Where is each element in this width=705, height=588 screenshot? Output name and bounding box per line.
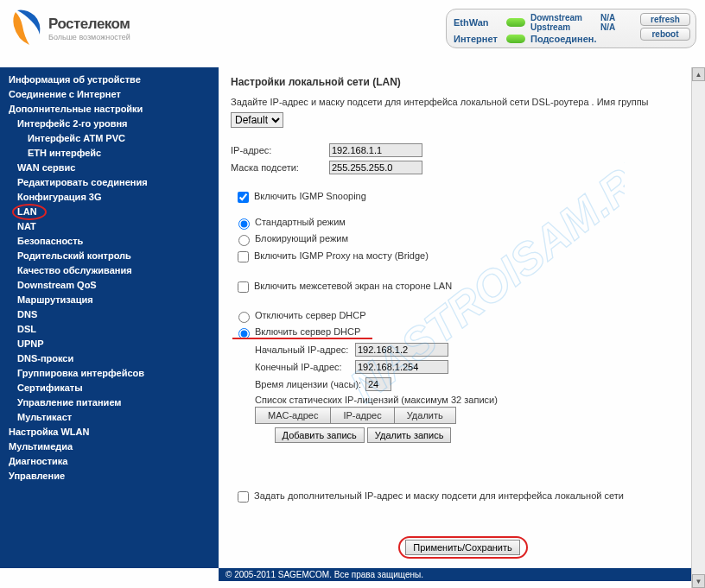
upstream-label: Upstream: [530, 22, 595, 32]
sidebar-item-5[interactable]: ETH интерфейс: [0, 146, 219, 161]
sidebar-item-4[interactable]: Интерфейс ATM PVC: [0, 131, 219, 146]
dhcp-off-label: Отключить сервер DHCP: [255, 310, 366, 320]
extra-ip-label: Задать дополнительный IP-адрес и маску п…: [254, 490, 624, 501]
brand-tagline: Больше возможностей: [48, 33, 130, 41]
sidebar-item-2[interactable]: Дополнительные настройки: [0, 102, 219, 117]
mask-label: Маска подсети:: [231, 162, 329, 173]
th-mac: MAC-адрес: [256, 408, 331, 424]
dhcp-start-label: Начальный IP-адрес:: [255, 345, 355, 355]
sidebar-item-8[interactable]: Конфигурация 3G: [0, 190, 219, 205]
ethwan-led-icon: [506, 18, 525, 27]
sidebar-item-26[interactable]: Диагностика: [0, 454, 219, 469]
mask-input[interactable]: [329, 161, 422, 174]
igmp-proxy-checkbox[interactable]: [238, 251, 249, 262]
sidebar-item-9[interactable]: LAN: [0, 205, 219, 219]
th-ip: IP-адрес: [331, 408, 394, 424]
internet-led-icon: [506, 35, 525, 43]
sidebar-item-10[interactable]: NAT: [0, 219, 219, 234]
page-desc: Задайте IP-адрес и маску подсети для инт…: [231, 97, 695, 107]
sidebar: Информация об устройствеСоединение с Инт…: [0, 67, 219, 568]
lan-fw-label: Включить межсетевой экран на стороне LAN: [254, 281, 452, 291]
static-ip-table: MAC-адрес IP-адрес Удалить: [255, 407, 456, 424]
scroll-up-icon[interactable]: ▲: [692, 67, 705, 81]
refresh-button[interactable]: refresh: [640, 13, 690, 26]
highlight-underline: [232, 338, 372, 339]
static-list-label: Список статических IP-лицензий (максимум…: [255, 395, 695, 405]
sidebar-item-15[interactable]: Маршрутизация: [0, 293, 219, 307]
apply-save-button[interactable]: Применить/Сохранить: [405, 540, 520, 555]
sidebar-item-19[interactable]: DNS-прокси: [0, 351, 219, 366]
sidebar-item-18[interactable]: UPNP: [0, 337, 219, 351]
ethwan-label: EthWan: [454, 17, 501, 28]
sidebar-item-22[interactable]: Управление питанием: [0, 395, 219, 410]
dhcp-end-input[interactable]: [355, 360, 448, 374]
sidebar-item-16[interactable]: DNS: [0, 307, 219, 322]
internet-label: Интернет: [454, 34, 501, 44]
mode-block-label: Блокирующий режим: [255, 233, 348, 243]
vertical-scrollbar[interactable]: ▲ ▼: [691, 67, 705, 581]
mode-block-radio[interactable]: [238, 235, 250, 246]
lan-fw-checkbox[interactable]: [238, 281, 249, 293]
dhcp-on-label: Включить сервер DHCP: [255, 326, 360, 337]
downstream-label: Downstream: [530, 13, 595, 22]
dhcp-off-radio[interactable]: [238, 312, 250, 323]
igmp-proxy-label: Включить IGMP Proxy на мосту (Bridge): [254, 250, 429, 261]
downstream-value: N/A: [600, 13, 626, 22]
sidebar-item-13[interactable]: Качество обслуживания: [0, 263, 219, 278]
sidebar-item-20[interactable]: Группировка интерфейсов: [0, 366, 219, 381]
igmp-snoop-label: Включить IGMP Snooping: [254, 191, 366, 201]
scroll-down-icon[interactable]: ▼: [692, 574, 705, 581]
status-panel: EthWan DownstreamN/A UpstreamN/A Интерне…: [446, 9, 696, 48]
sidebar-item-17[interactable]: DSL: [0, 322, 219, 337]
sidebar-item-23[interactable]: Мультикаст: [0, 410, 219, 425]
extra-ip-checkbox[interactable]: [238, 491, 249, 503]
sidebar-item-14[interactable]: Downstream QoS: [0, 278, 219, 293]
sidebar-item-3[interactable]: Интерфейс 2-го уровня: [0, 117, 219, 131]
page-title: Настройки локальной сети (LAN): [231, 76, 695, 88]
brand-name: Ростелеком: [48, 16, 130, 33]
lease-input[interactable]: [365, 377, 391, 391]
sidebar-item-24[interactable]: Настройка WLAN: [0, 425, 219, 439]
logo: Ростелеком Больше возможностей: [9, 9, 130, 48]
sidebar-item-21[interactable]: Сертификаты: [0, 381, 219, 395]
sidebar-item-11[interactable]: Безопасность: [0, 234, 219, 249]
dhcp-start-input[interactable]: [355, 343, 448, 357]
add-record-button[interactable]: Добавить запись: [275, 427, 365, 443]
content-area: NASTROISAM.RU Настройки локальной сети (…: [219, 67, 705, 568]
th-delete: Удалить: [394, 408, 455, 424]
rostelecom-logo-icon: [9, 9, 43, 48]
lease-label: Время лицензии (часы):: [255, 379, 365, 389]
footer-copyright: © 2005-2011 SAGEMCOM. Все права защищены…: [219, 568, 705, 581]
sidebar-item-12[interactable]: Родительский контроль: [0, 249, 219, 263]
reboot-button[interactable]: reboot: [640, 28, 690, 41]
group-select[interactable]: Default: [231, 112, 283, 128]
sidebar-item-7[interactable]: Редактировать соединения: [0, 175, 219, 190]
sidebar-item-6[interactable]: WAN сервис: [0, 161, 219, 175]
delete-record-button[interactable]: Удалить запись: [367, 427, 452, 443]
mode-std-label: Стандартный режим: [255, 217, 346, 227]
sidebar-item-1[interactable]: Соединение с Интернет: [0, 87, 219, 102]
sidebar-item-0[interactable]: Информация об устройстве: [0, 73, 219, 87]
igmp-snoop-checkbox[interactable]: [238, 192, 249, 203]
upstream-value: N/A: [600, 22, 626, 32]
ip-input[interactable]: [329, 143, 422, 157]
ip-label: IP-адрес:: [231, 145, 329, 155]
dhcp-end-label: Конечный IP-адрес:: [255, 362, 355, 372]
sidebar-item-27[interactable]: Управление: [0, 469, 219, 484]
mode-std-radio[interactable]: [238, 218, 250, 230]
sidebar-item-25[interactable]: Мультимедиа: [0, 439, 219, 454]
